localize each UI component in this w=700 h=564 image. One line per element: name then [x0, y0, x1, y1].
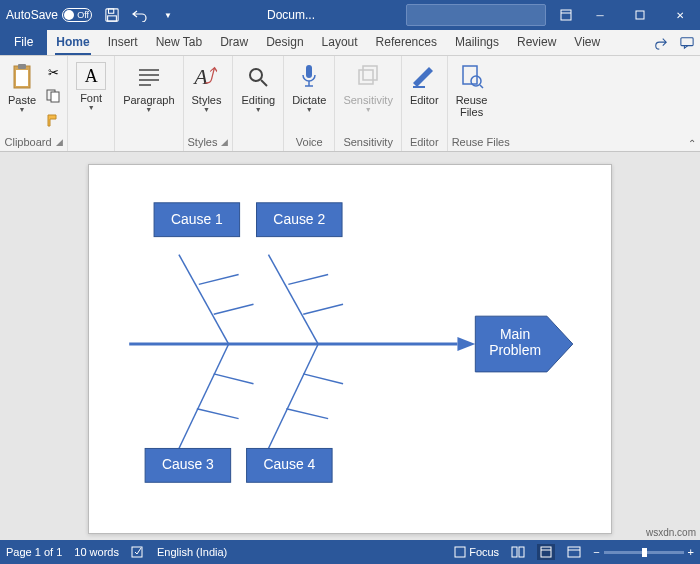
tab-newtab[interactable]: New Tab	[147, 29, 211, 55]
minimize-button[interactable]: ─	[580, 0, 620, 30]
tab-references[interactable]: References	[367, 29, 446, 55]
svg-text:Cause 3: Cause 3	[162, 456, 214, 472]
editor-button[interactable]: Editor	[406, 60, 443, 108]
find-icon	[244, 62, 272, 92]
svg-line-34	[303, 304, 343, 314]
close-button[interactable]: ✕	[660, 0, 700, 30]
clipboard-icon	[8, 62, 36, 92]
group-reuse-files: Reuse Files Reuse Files	[448, 56, 514, 151]
maximize-button[interactable]	[620, 0, 660, 30]
cause-4-box[interactable]: Cause 4	[247, 448, 333, 482]
status-page[interactable]: Page 1 of 1	[6, 546, 62, 558]
chevron-down-icon: ▼	[19, 106, 26, 113]
fishbone-diagram[interactable]: Cause 1 Cause 2 Cause 3 Cause 4 MainProb…	[89, 165, 611, 533]
font-button[interactable]: A Font ▼	[72, 60, 110, 113]
tab-draw[interactable]: Draw	[211, 29, 257, 55]
zoom-out-icon[interactable]: −	[593, 546, 599, 558]
print-layout-icon[interactable]	[537, 544, 555, 560]
svg-rect-56	[568, 547, 580, 557]
cause-3-box[interactable]: Cause 3	[145, 448, 231, 482]
autosave-toggle[interactable]: AutoSave Off	[0, 8, 98, 22]
format-painter-icon[interactable]	[43, 110, 63, 130]
undo-icon[interactable]	[126, 0, 154, 30]
svg-rect-52	[512, 547, 517, 557]
attribution-text: wsxdn.com	[646, 527, 696, 538]
microphone-icon	[295, 62, 323, 92]
group-editing: Editing ▼	[233, 56, 284, 151]
svg-rect-3	[561, 10, 571, 20]
share-icon[interactable]	[648, 31, 674, 55]
tab-file[interactable]: File	[0, 29, 47, 55]
paste-button[interactable]: Paste ▼	[4, 60, 40, 115]
svg-rect-54	[541, 547, 551, 557]
svg-rect-8	[18, 64, 26, 69]
document-area[interactable]: Cause 1 Cause 2 Cause 3 Cause 4 MainProb…	[0, 152, 700, 540]
svg-text:Cause 4: Cause 4	[263, 456, 315, 472]
tab-mailings[interactable]: Mailings	[446, 29, 508, 55]
ribbon-tabs: File Home Insert New Tab Draw Design Lay…	[0, 30, 700, 56]
tab-home[interactable]: Home	[47, 29, 98, 55]
save-icon[interactable]	[98, 0, 126, 30]
svg-marker-28	[457, 337, 475, 351]
group-styles: A⤴ Styles ▼ Styles◢	[184, 56, 234, 151]
ribbon-display-icon[interactable]	[552, 0, 580, 30]
svg-line-33	[288, 274, 328, 284]
svg-line-26	[480, 85, 483, 88]
tab-design[interactable]: Design	[257, 29, 312, 55]
group-sensitivity: Sensitivity ▼ Sensitivity	[335, 56, 402, 151]
web-layout-icon[interactable]	[567, 546, 581, 558]
collapse-ribbon-icon[interactable]: ⌃	[688, 138, 696, 149]
chevron-down-icon: ▼	[88, 104, 95, 111]
title-bar: AutoSave Off ▼ Docum... ─ ✕	[0, 0, 700, 30]
document-title: Docum...	[182, 8, 400, 22]
svg-rect-53	[519, 547, 524, 557]
tab-insert[interactable]: Insert	[99, 29, 147, 55]
svg-line-29	[179, 255, 229, 345]
focus-button[interactable]: Focus	[454, 546, 499, 558]
font-icon: A	[76, 62, 106, 90]
cause-1-box[interactable]: Cause 1	[154, 203, 240, 237]
tab-view[interactable]: View	[565, 29, 609, 55]
chevron-down-icon: ▼	[306, 106, 313, 113]
dialog-launcher-icon[interactable]: ◢	[56, 137, 63, 147]
redo-icon[interactable]: ▼	[154, 0, 182, 30]
svg-line-17	[261, 80, 267, 86]
status-words[interactable]: 10 words	[74, 546, 119, 558]
cause-2-box[interactable]: Cause 2	[257, 203, 343, 237]
status-bar: Page 1 of 1 10 words English (India) Foc…	[0, 540, 700, 564]
document-page[interactable]: Cause 1 Cause 2 Cause 3 Cause 4 MainProb…	[88, 164, 612, 534]
cut-icon[interactable]: ✂	[43, 62, 63, 82]
svg-line-37	[197, 409, 239, 419]
styles-button[interactable]: A⤴ Styles ▼	[188, 60, 226, 115]
main-problem-box[interactable]: MainProblem	[475, 316, 572, 372]
dialog-launcher-icon[interactable]: ◢	[221, 137, 228, 147]
svg-rect-1	[109, 9, 114, 13]
search-input[interactable]	[406, 4, 546, 26]
svg-rect-11	[51, 92, 59, 102]
group-editor: Editor Editor	[402, 56, 448, 151]
svg-line-32	[268, 255, 318, 345]
svg-rect-6	[681, 38, 693, 46]
svg-rect-2	[108, 16, 117, 21]
status-proofing-icon[interactable]	[131, 545, 145, 559]
zoom-in-icon[interactable]: +	[688, 546, 694, 558]
dictate-button[interactable]: Dictate ▼	[288, 60, 330, 115]
tab-layout[interactable]: Layout	[313, 29, 367, 55]
zoom-slider[interactable]: − +	[593, 546, 694, 558]
group-voice: Dictate ▼ Voice	[284, 56, 335, 151]
comments-icon[interactable]	[674, 31, 700, 55]
sensitivity-icon	[354, 62, 382, 92]
tab-review[interactable]: Review	[508, 29, 565, 55]
editing-button[interactable]: Editing ▼	[237, 60, 279, 115]
read-mode-icon[interactable]	[511, 546, 525, 558]
reuse-files-button[interactable]: Reuse Files	[452, 60, 492, 120]
svg-rect-18	[306, 65, 312, 78]
sensitivity-button: Sensitivity ▼	[339, 60, 397, 115]
status-language[interactable]: English (India)	[157, 546, 227, 558]
chevron-down-icon: ▼	[255, 106, 262, 113]
group-clipboard: Paste ▼ ✂ Clipboard◢	[0, 56, 68, 151]
paragraph-button[interactable]: Paragraph ▼	[119, 60, 178, 115]
svg-text:Cause 2: Cause 2	[273, 211, 325, 227]
toggle-switch[interactable]: Off	[62, 8, 92, 22]
copy-icon[interactable]	[43, 86, 63, 106]
